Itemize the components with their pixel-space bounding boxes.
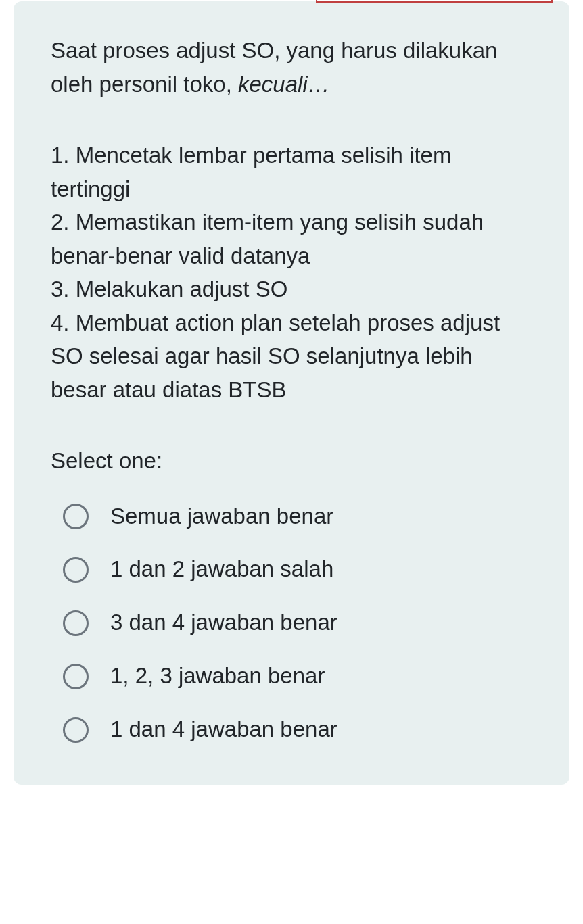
radio-icon[interactable]	[63, 504, 89, 529]
question-item-3: 3. Melakukan adjust SO	[51, 272, 532, 306]
question-items: 1. Mencetak lembar pertama selisih item …	[51, 139, 532, 406]
radio-icon[interactable]	[63, 557, 89, 583]
option-4[interactable]: 1, 2, 3 jawaban benar	[63, 662, 532, 691]
top-border-fragment	[316, 0, 553, 3]
option-1-label: Semua jawaban benar	[110, 502, 333, 531]
option-5[interactable]: 1 dan 4 jawaban benar	[63, 715, 532, 744]
question-intro-italic: kecuali…	[238, 72, 330, 97]
option-1[interactable]: Semua jawaban benar	[63, 502, 532, 531]
option-2-label: 1 dan 2 jawaban salah	[110, 555, 333, 584]
radio-icon[interactable]	[63, 664, 89, 689]
question-item-1: 1. Mencetak lembar pertama selisih item …	[51, 139, 532, 205]
question-intro: Saat proses adjust SO, yang harus dilaku…	[51, 34, 532, 101]
option-5-label: 1 dan 4 jawaban benar	[110, 715, 337, 744]
question-item-4: 4. Membuat action plan setelah proses ad…	[51, 306, 532, 407]
radio-icon[interactable]	[63, 610, 89, 636]
question-item-2: 2. Memastikan item-item yang selisih sud…	[51, 205, 532, 272]
option-4-label: 1, 2, 3 jawaban benar	[110, 662, 325, 691]
option-2[interactable]: 1 dan 2 jawaban salah	[63, 555, 532, 584]
options-list: Semua jawaban benar 1 dan 2 jawaban sala…	[51, 502, 532, 744]
select-one-label: Select one:	[51, 444, 532, 478]
option-3-label: 3 dan 4 jawaban benar	[110, 608, 337, 637]
option-3[interactable]: 3 dan 4 jawaban benar	[63, 608, 532, 637]
radio-icon[interactable]	[63, 717, 89, 743]
question-card: Saat proses adjust SO, yang harus dilaku…	[14, 1, 569, 785]
